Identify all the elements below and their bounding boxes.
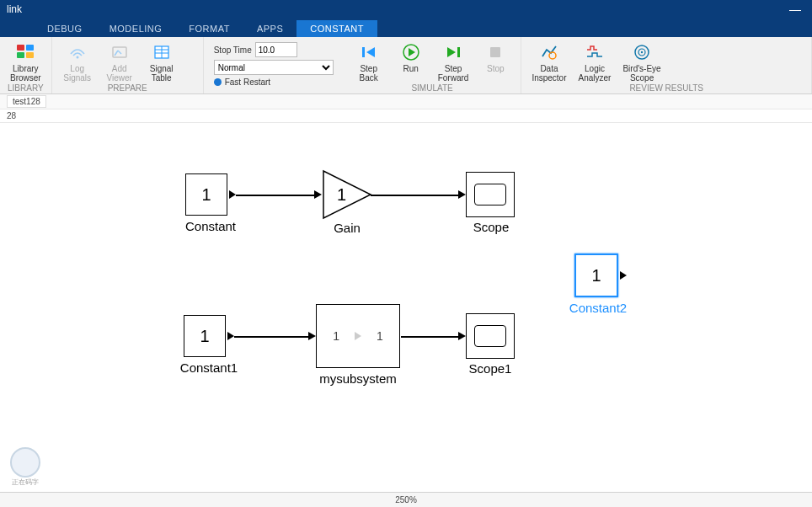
zoom-level[interactable]: 250%	[395, 495, 417, 504]
status-bar: 250%	[0, 492, 812, 507]
tab-modeling[interactable]: MODELING	[96, 20, 176, 37]
wire-subsys-scope1[interactable]	[401, 336, 460, 338]
block-constant-label[interactable]: Constant	[181, 219, 240, 233]
library-icon	[15, 42, 35, 62]
stop-button: Stop	[477, 40, 514, 75]
block-scope[interactable]	[466, 172, 515, 217]
birds-eye-scope-button[interactable]: Bird's-Eye Scope	[619, 40, 664, 84]
signal-table-button[interactable]: Signal Table	[143, 40, 180, 84]
svg-marker-16	[447, 47, 456, 57]
wire-gain-scope[interactable]	[371, 195, 460, 196]
block-constant[interactable]: 1	[185, 173, 227, 216]
ribbon-group-prepare-label: PREPARE	[52, 83, 203, 93]
block-subsystem[interactable]: 1 1	[316, 304, 400, 368]
block-gain-label[interactable]: Gain	[330, 221, 364, 235]
birds-eye-label: Bird's-Eye Scope	[622, 64, 660, 83]
wifi-icon	[67, 42, 88, 62]
block-scope1[interactable]	[466, 313, 515, 359]
port-constant2-out[interactable]	[620, 271, 627, 280]
ribbon-group-library-label: LIBRARY	[0, 83, 51, 93]
logic-analyzer-button[interactable]: Logic Analyzer	[575, 40, 615, 84]
port-constant1-out[interactable]	[227, 332, 234, 340]
block-gain[interactable]	[322, 169, 372, 220]
block-constant-value: 1	[201, 185, 211, 205]
block-scope1-label[interactable]: Scope1	[465, 361, 516, 376]
block-scope-label[interactable]: Scope	[467, 220, 515, 234]
watermark-image: 正在码字	[3, 445, 47, 488]
log-signals-label: Log Signals	[63, 64, 91, 83]
port-constant-out[interactable]	[229, 190, 236, 199]
simulation-mode-select[interactable]: Normal	[214, 60, 334, 75]
fast-restart-label: Fast Restart	[225, 77, 270, 87]
signal-table-label: Signal Table	[150, 64, 174, 83]
menu-tabstrip: DEBUG MODELING FORMAT APPS CONSTANT	[0, 19, 812, 37]
svg-rect-18	[490, 47, 500, 57]
block-constant1[interactable]: 1	[184, 315, 226, 357]
svg-marker-15	[409, 48, 415, 56]
data-inspector-button[interactable]: Data Inspector	[528, 40, 569, 84]
svg-rect-17	[457, 47, 460, 57]
breadcrumb-item[interactable]: test128	[7, 95, 46, 108]
library-browser-button[interactable]: Library Browser	[7, 40, 45, 84]
run-button[interactable]: Run	[393, 40, 430, 75]
stop-icon	[485, 42, 505, 62]
title-bar: link ―	[0, 0, 812, 19]
window-controls: ―	[778, 0, 812, 19]
logic-analyzer-icon	[585, 42, 605, 62]
svg-line-7	[118, 51, 121, 54]
step-forward-icon	[443, 42, 463, 62]
model-path-bar: 28	[0, 109, 812, 123]
birds-eye-icon	[632, 42, 652, 62]
ribbon-group-review: Data Inspector Logic Analyzer Bird's-Eye…	[521, 37, 812, 93]
block-constant1-label[interactable]: Constant1	[175, 360, 243, 375]
fast-restart-icon	[214, 78, 222, 86]
model-canvas[interactable]: 1 Constant 1 Gain Scope 1 Constant1 1	[0, 123, 812, 494]
breadcrumb-bar: test128	[0, 94, 812, 109]
svg-rect-12	[362, 47, 365, 57]
ribbon-group-library: Library Browser LIBRARY	[0, 37, 52, 93]
step-back-label: Step Back	[360, 64, 378, 83]
stop-time-input[interactable]	[255, 42, 297, 57]
play-icon	[401, 42, 421, 62]
arrow-constant1-subsys	[308, 332, 316, 340]
ribbon-group-review-label: REVIEW RESULTS	[521, 83, 811, 93]
block-subsystem-label[interactable]: mysubsystem	[316, 371, 400, 386]
tab-apps[interactable]: APPS	[243, 20, 296, 37]
arrow-constant-gain	[314, 190, 322, 199]
ribbon-group-simulate: Step Back Run Step Forward Stop	[344, 37, 522, 93]
fast-restart-toggle[interactable]: Fast Restart	[214, 77, 334, 87]
wire-constant1-subsys[interactable]	[234, 336, 310, 338]
step-back-icon	[359, 42, 379, 62]
svg-rect-2	[17, 52, 24, 58]
svg-rect-1	[26, 45, 34, 51]
svg-point-22	[641, 51, 643, 53]
block-constant2[interactable]: 1	[574, 254, 618, 297]
svg-marker-23	[323, 171, 371, 218]
data-inspector-label: Data Inspector	[532, 64, 566, 83]
ribbon-toolbar: Library Browser LIBRARY Log Signals Add …	[0, 37, 812, 94]
data-inspector-icon	[539, 42, 559, 62]
step-back-button[interactable]: Step Back	[350, 40, 387, 84]
ribbon-group-simulate-config: Stop Time Normal Fast Restart	[204, 37, 344, 93]
svg-rect-0	[17, 45, 24, 51]
logic-analyzer-label: Logic Analyzer	[579, 64, 612, 83]
add-viewer-button: Add Viewer	[101, 40, 138, 84]
subsystem-flow-icon	[355, 332, 361, 340]
scope1-screen-icon	[474, 325, 506, 347]
tab-format[interactable]: FORMAT	[175, 20, 243, 37]
subsystem-in-port-label: 1	[333, 329, 339, 343]
minimize-button[interactable]: ―	[778, 0, 812, 19]
add-viewer-label: Add Viewer	[106, 64, 131, 83]
svg-line-6	[115, 51, 118, 56]
tab-debug[interactable]: DEBUG	[34, 20, 96, 37]
tab-constant[interactable]: CONSTANT	[296, 20, 377, 37]
step-forward-label: Step Forward	[438, 64, 469, 83]
wire-constant-gain[interactable]	[236, 195, 316, 196]
block-constant2-label[interactable]: Constant2	[564, 301, 632, 315]
library-browser-label: Library Browser	[10, 64, 41, 83]
stop-time-label: Stop Time	[214, 45, 252, 55]
log-signals-button: Log Signals	[59, 40, 96, 84]
subsystem-inner-icon: 1 1	[333, 329, 383, 343]
stop-label: Stop	[487, 64, 505, 73]
step-forward-button[interactable]: Step Forward	[435, 40, 473, 84]
